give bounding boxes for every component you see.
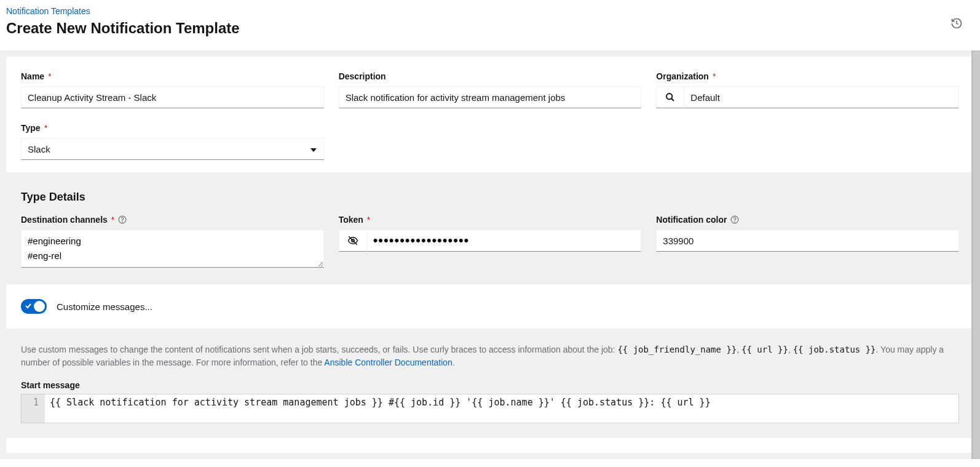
- required-marker: *: [713, 71, 716, 81]
- eye-slash-icon: [347, 235, 358, 246]
- help-icon[interactable]: [118, 215, 127, 224]
- field-notification-color: Notification color: [656, 215, 959, 269]
- name-input[interactable]: [21, 86, 324, 108]
- switch-knob: [34, 301, 45, 312]
- scrollbar-track[interactable]: [971, 50, 980, 459]
- field-destination-channels: Destination channels *: [21, 215, 324, 269]
- type-label: Type: [21, 123, 41, 133]
- destination-channels-label: Destination channels: [21, 215, 108, 225]
- organization-lookup-button[interactable]: [656, 86, 684, 108]
- start-message-label: Start message: [21, 380, 959, 390]
- check-icon: [25, 302, 32, 309]
- editor-content[interactable]: {{ Slack notification for activity strea…: [45, 394, 958, 423]
- organization-label: Organization: [656, 71, 709, 81]
- destination-channels-input[interactable]: [21, 230, 324, 268]
- svg-point-0: [666, 94, 672, 99]
- search-icon: [665, 92, 675, 102]
- documentation-link[interactable]: Ansible Controller Documentation: [324, 357, 452, 367]
- type-select[interactable]: Slack: [21, 138, 324, 160]
- start-message-editor[interactable]: 1 {{ Slack notification for activity str…: [21, 394, 959, 423]
- token-label: Token: [339, 215, 363, 225]
- svg-point-7: [735, 222, 735, 222]
- breadcrumb-parent-link[interactable]: Notification Templates: [6, 6, 90, 16]
- breadcrumb: Notification Templates: [6, 6, 974, 16]
- description-input[interactable]: [339, 86, 642, 108]
- svg-line-1: [671, 98, 674, 101]
- reveal-token-button[interactable]: [339, 230, 367, 252]
- required-marker: *: [48, 71, 51, 81]
- description-label: Description: [339, 71, 386, 81]
- type-details-heading: Type Details: [21, 191, 959, 204]
- required-marker: *: [111, 215, 114, 225]
- help-icon[interactable]: [730, 215, 739, 224]
- field-type: Type * Slack: [21, 123, 324, 160]
- field-description: Description: [339, 71, 642, 108]
- notification-color-label: Notification color: [656, 215, 727, 225]
- notification-color-input[interactable]: [656, 230, 959, 252]
- page-title: Create New Notification Template: [6, 20, 974, 37]
- svg-point-3: [122, 222, 123, 222]
- customize-description: Use custom messages to change the conten…: [21, 343, 959, 369]
- field-organization: Organization *: [656, 71, 959, 108]
- field-token: Token *: [339, 215, 642, 269]
- customize-messages-toggle[interactable]: [21, 299, 47, 314]
- field-name: Name *: [21, 71, 324, 108]
- editor-gutter: 1: [22, 394, 45, 423]
- organization-input[interactable]: [684, 86, 959, 108]
- activity-history-button[interactable]: [946, 12, 968, 36]
- history-icon: [950, 17, 963, 30]
- required-marker: *: [44, 123, 47, 133]
- token-input[interactable]: [367, 230, 642, 252]
- name-label: Name: [21, 71, 44, 81]
- customize-messages-label: Customize messages...: [57, 301, 152, 312]
- required-marker: *: [367, 215, 370, 225]
